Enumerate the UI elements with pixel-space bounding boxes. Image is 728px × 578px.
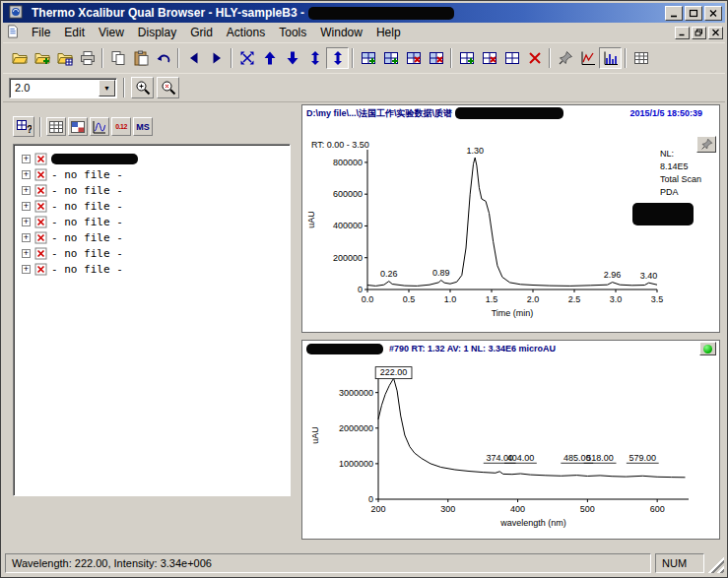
insert-row-icon[interactable] xyxy=(357,47,379,69)
menu-grid[interactable]: Grid xyxy=(183,24,220,41)
expand-icon[interactable]: + xyxy=(22,170,31,179)
green-indicator-icon xyxy=(703,345,712,353)
delete-pane-icon[interactable] xyxy=(523,47,546,69)
scale-down-icon[interactable] xyxy=(281,47,303,69)
toolbar-separator xyxy=(123,78,125,97)
mdi-restore-button[interactable] xyxy=(692,27,706,39)
document-icon[interactable] xyxy=(6,25,22,40)
chromatogram-pane[interactable]: D:\my file\...\法国工作\实验数据\质谱 2015/1/5 18:… xyxy=(301,104,720,333)
tree-item[interactable]: +- no file - xyxy=(16,261,288,277)
menu-actions[interactable]: Actions xyxy=(220,24,272,41)
open-layout-icon[interactable] xyxy=(53,47,76,69)
svg-text:3.5: 3.5 xyxy=(651,294,664,304)
print-icon[interactable] xyxy=(76,47,99,69)
expand-icon[interactable]: + xyxy=(22,249,31,258)
fix-scale-icon[interactable] xyxy=(326,47,349,69)
tree-item[interactable]: +- no file - xyxy=(16,182,288,198)
menu-file[interactable]: File xyxy=(25,24,57,41)
toggle-grid-icon[interactable] xyxy=(629,47,652,69)
file-tree[interactable]: ++- no file -+- no file -+- no file -+- … xyxy=(13,144,291,496)
toolbar-separator xyxy=(549,48,551,68)
merge-cells-icon[interactable] xyxy=(500,47,523,69)
next-cell-icon[interactable] xyxy=(205,47,228,69)
redacted-spectrum-name xyxy=(306,344,383,354)
delete-row-icon[interactable] xyxy=(402,47,425,69)
tree-item-label: - no file - xyxy=(51,231,123,244)
expand-icon[interactable]: + xyxy=(22,218,31,226)
reset-scale-icon[interactable] xyxy=(235,47,258,69)
svg-text:300: 300 xyxy=(440,504,455,514)
title-bar[interactable]: Thermo Xcalibur Qual Browser - HLY-sampl… xyxy=(3,3,725,23)
menu-help[interactable]: Help xyxy=(369,24,408,41)
toolbar-separator xyxy=(352,48,354,68)
tree-item[interactable]: +- no file - xyxy=(16,198,288,214)
previous-cell-icon[interactable] xyxy=(182,47,205,69)
window-title: Thermo Xcalibur Qual Browser - HLY-sampl… xyxy=(32,6,304,20)
pin-pane-icon[interactable] xyxy=(554,47,576,69)
num-lock-indicator: NUM xyxy=(655,553,704,573)
open-file-icon[interactable] xyxy=(8,47,31,69)
menu-view[interactable]: View xyxy=(92,24,131,41)
menu-display[interactable]: Display xyxy=(131,24,183,41)
expand-icon[interactable]: + xyxy=(22,155,31,163)
maximize-button[interactable] xyxy=(685,6,702,21)
scale-up-icon[interactable] xyxy=(258,47,281,69)
undo-icon[interactable] xyxy=(152,47,174,69)
color-map-icon[interactable] xyxy=(68,117,88,136)
tree-item[interactable]: +- no file - xyxy=(16,245,288,261)
expand-icon[interactable]: + xyxy=(22,233,31,242)
tree-item[interactable]: +- no file - xyxy=(16,214,288,229)
chromatogram-chart[interactable]: 0.00.51.01.52.02.53.03.50200000400000600… xyxy=(302,120,717,333)
menu-window[interactable]: Window xyxy=(313,24,369,41)
menu-edit[interactable]: Edit xyxy=(57,24,92,41)
tree-item-label: - no file - xyxy=(51,168,123,181)
autoscale-icon[interactable] xyxy=(303,47,326,69)
tree-item[interactable]: +- no file - xyxy=(16,166,288,182)
info-grid-icon[interactable] xyxy=(46,117,66,136)
zoom-in-icon[interactable] xyxy=(131,77,154,98)
mdi-close-button[interactable] xyxy=(708,27,723,39)
toolbar-separator xyxy=(625,48,627,68)
menu-tools[interactable]: Tools xyxy=(272,24,313,41)
svg-text:2.96: 2.96 xyxy=(604,270,622,280)
cell-info-icon[interactable] xyxy=(13,116,34,137)
svg-text:3.0: 3.0 xyxy=(610,294,623,304)
scale-combobox[interactable]: 2.0 ▼ xyxy=(9,78,117,98)
copy-icon[interactable] xyxy=(106,47,129,69)
toolbar-separator xyxy=(101,48,103,68)
mdi-minimize-button[interactable] xyxy=(675,27,690,39)
spectrum-pane[interactable]: #790 RT: 1.32 AV: 1 NL: 3.34E6 microAU 2… xyxy=(301,340,720,540)
resize-grip[interactable] xyxy=(708,553,724,573)
open-recent-icon[interactable] xyxy=(31,47,53,69)
svg-text:0.26: 0.26 xyxy=(380,269,398,279)
delete-cell-icon[interactable] xyxy=(478,47,500,69)
chart-bars-icon[interactable] xyxy=(599,47,622,69)
add-cell-icon[interactable] xyxy=(455,47,478,69)
paste-icon[interactable] xyxy=(129,47,152,69)
chart-panel: D:\my file\...\法国工作\实验数据\质谱 2015/1/5 18:… xyxy=(301,102,720,549)
expand-icon[interactable]: + xyxy=(22,265,31,274)
no-file-icon xyxy=(34,184,47,197)
precision-icon[interactable]: 0.12 xyxy=(111,117,131,136)
pane-status-button[interactable] xyxy=(699,342,716,355)
chevron-down-icon[interactable]: ▼ xyxy=(99,80,115,96)
spectrum-header-text: #790 RT: 1.32 AV: 1 NL: 3.34E6 microAU xyxy=(389,344,556,353)
zoom-clear-icon[interactable] xyxy=(157,77,179,98)
spectrum-chart[interactable]: 2003004005006000100000020000003000000wav… xyxy=(302,355,717,539)
tree-item[interactable]: + xyxy=(16,151,288,166)
insert-column-icon[interactable] xyxy=(379,47,402,69)
minimize-button[interactable] xyxy=(665,6,683,21)
chart-line-icon[interactable] xyxy=(576,47,599,69)
close-button[interactable] xyxy=(704,6,722,21)
tree-item[interactable]: +- no file - xyxy=(16,229,288,245)
nl-value: 8.14E5 xyxy=(660,161,701,173)
tree-panel: 0.12 MS ++- no file -+- no file -+- no f… xyxy=(9,102,297,549)
toolbar-separator xyxy=(450,48,452,68)
spectra-icon[interactable] xyxy=(90,117,109,136)
redacted-path xyxy=(455,107,563,119)
rt-range-label: RT: 0.00 - 3.50 xyxy=(311,140,369,150)
ms-icon[interactable]: MS xyxy=(133,117,153,136)
expand-icon[interactable]: + xyxy=(22,202,31,211)
expand-icon[interactable]: + xyxy=(22,186,31,195)
delete-column-icon[interactable] xyxy=(425,47,447,69)
